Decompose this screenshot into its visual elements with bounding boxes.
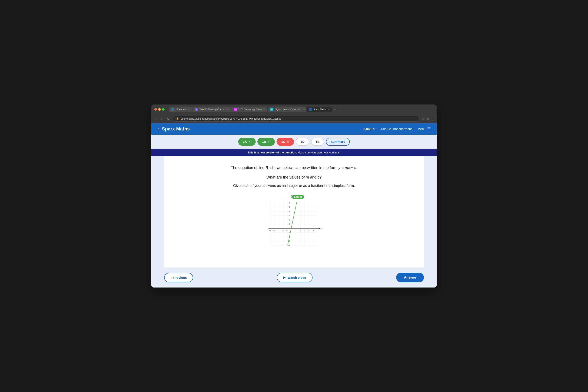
tab-favicon-1: 👤 [171,108,174,111]
svg-text:2: 2 [300,230,301,232]
user-name: Arie Chunhachatrachai [381,127,413,131]
tab-1b-label: 1B [262,140,266,144]
tab-close-2[interactable]: ✕ [227,108,229,110]
svg-text:-4: -4 [288,244,290,246]
more-button[interactable]: ⋮ [431,117,434,120]
browser-tab-3[interactable]: S S107 Secondary News ✕ [231,106,267,112]
answer-button[interactable]: Answer [396,272,424,282]
notice-bold: This is a new version of the question. [248,151,297,154]
app-header-right: 3,865 XP Arie Chunhachatrachai Menu ☰ [363,126,431,131]
previous-button[interactable]: ‹ Previous [164,273,193,282]
nav-actions: ☆ ⊕ ⋮ [422,117,434,120]
tab-1a[interactable]: 1A ✓ [238,138,256,146]
browser-tab-1[interactable]: 👤 L2 Harlem ✕ [169,106,192,112]
browser-window: 👤 L2 Harlem ✕ ≡ Year 8B Morning Check...… [151,104,437,288]
tab-summary-label: Summary [331,140,345,144]
svg-text:-1: -1 [288,232,290,234]
browser-titlebar: 👤 L2 Harlem ✕ ≡ Year 8B Morning Check...… [151,104,437,114]
svg-text:3: 3 [289,214,290,217]
line-r-label: Line R [292,195,304,199]
svg-text:1: 1 [295,230,297,232]
tab-bar: 👤 L2 Harlem ✕ ≡ Year 8B Morning Check...… [169,106,434,112]
browser-tab-2[interactable]: ≡ Year 8B Morning Check... ✕ [192,106,231,112]
tab-1d[interactable]: 1D [296,138,309,146]
tab-close-5[interactable]: ✕ [328,108,329,110]
svg-text:2: 2 [289,219,290,221]
browser-tab-5[interactable]: S Sparx Maths ✕ [307,106,332,112]
close-button[interactable] [154,108,157,111]
question-line3: Give each of your answers as an integer … [177,184,411,188]
svg-text:x: x [321,227,323,230]
main-content: The equation of line R, shown below, can… [164,156,424,268]
tab-close-3[interactable]: ✕ [263,108,265,110]
menu-button[interactable]: Menu ☰ [417,126,431,131]
app-title: Sparx Maths [162,126,190,132]
tab-1b-check-icon: ✓ [267,140,270,144]
menu-label: Menu [417,127,426,131]
app-back-button[interactable]: ‹ [157,126,159,132]
tab-label-4: Digital Literacy Curriculu... [275,108,302,111]
refresh-nav-button[interactable]: ↻ [166,116,171,121]
bookmark-button[interactable]: ☆ [422,117,425,120]
question-line1: The equation of line R, shown below, can… [177,165,411,171]
tab-label-5: Sparx Maths [313,108,327,111]
svg-text:3: 3 [304,230,305,232]
svg-text:-2: -2 [282,230,284,232]
tab-1e[interactable]: 1E [311,138,324,146]
tab-favicon-2: ≡ [195,108,198,111]
coordinate-graph: x y -5 -4 -3 -2 -1 1 2 3 [264,194,324,254]
tab-label-3: S107 Secondary News [238,108,262,111]
xp-label: 3,865 XP [363,127,377,131]
graph-wrapper: Line R [264,194,324,255]
tab-1e-label: 1E [316,140,320,144]
tab-1b[interactable]: 1B ✓ [257,138,275,146]
answer-label: Answer [404,276,416,279]
tab-favicon-5: S [309,108,312,111]
tab-summary[interactable]: Summary [326,138,350,146]
tab-favicon-4: ▤ [270,108,273,111]
back-nav-button[interactable]: ‹ [154,116,158,121]
tab-label-2: Year 8B Morning Check... [199,108,226,111]
tab-1d-label: 1D [300,140,304,144]
svg-text:4: 4 [289,210,290,212]
hamburger-icon: ☰ [427,126,431,131]
svg-text:1: 1 [289,223,290,225]
notice-banner: This is a new version of the question. M… [151,149,437,156]
extensions-button[interactable]: ⊕ [426,117,429,120]
svg-text:5: 5 [289,206,290,208]
tab-1a-label: 1A [243,140,247,144]
task-tabs: 1A ✓ 1B ✓ 1C ✕ 1D 1E Summary [151,135,437,149]
bottom-bar: ‹ Previous ▶ Watch video Answer [151,268,437,288]
svg-text:6: 6 [289,202,290,204]
address-bar[interactable]: 🔒 sparxmaths.uk/student/package/6490b69b… [173,116,420,122]
question-line2: What are the values of m and c? [177,174,411,180]
tab-close-4[interactable]: ✕ [303,108,305,110]
maximize-button[interactable] [162,108,165,111]
graph-container: Line R [177,194,411,255]
app-header: ‹ Sparx Maths 3,865 XP Arie Chunhachatra… [151,123,437,135]
svg-text:-1: -1 [286,230,288,232]
address-text: sparxmaths.uk/student/package/6490b69b-c… [181,117,281,120]
browser-tab-4[interactable]: ▤ Digital Literacy Curriculu... ✕ [268,106,306,112]
tab-1a-check-icon: ✓ [248,140,251,144]
forward-nav-button[interactable]: › [160,116,164,121]
notice-rest: Make sure you start new workings. [298,151,340,154]
nav-bar: ‹ › ↻ 🔒 sparxmaths.uk/student/package/64… [151,114,437,123]
tab-1c-label: 1C [281,140,285,144]
minimize-button[interactable] [158,108,161,111]
tab-label-1: L2 Harlem [176,108,187,111]
app-container: ‹ Sparx Maths 3,865 XP Arie Chunhachatra… [151,123,437,288]
watch-video-button[interactable]: ▶ Watch video [277,272,313,282]
watch-video-label: Watch video [287,276,306,280]
svg-text:4: 4 [308,230,309,232]
traffic-lights [154,108,165,111]
app-header-left: ‹ Sparx Maths [157,126,190,132]
tab-1c[interactable]: 1C ✕ [277,138,294,146]
tab-favicon-3: S [234,108,237,111]
tab-close-1[interactable]: ✕ [188,108,190,110]
new-tab-button[interactable]: + [332,106,338,112]
video-play-icon: ▶ [283,276,286,280]
svg-text:-5: -5 [269,230,271,232]
svg-text:-3: -3 [278,230,279,232]
previous-label: Previous [173,276,187,280]
